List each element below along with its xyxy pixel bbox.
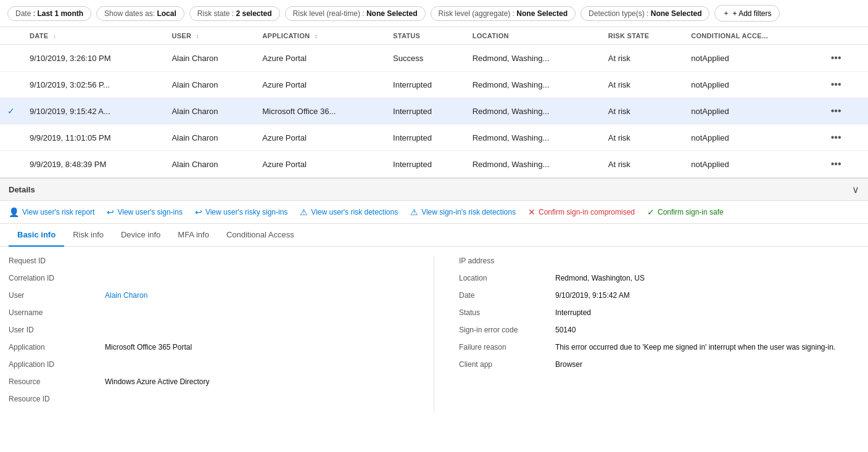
row-checkbox[interactable] — [0, 125, 22, 151]
tab-mfa-info[interactable]: MFA info — [169, 224, 218, 247]
location-cell: Redmond, Washing... — [465, 151, 601, 178]
detail-row: Request ID — [9, 257, 409, 265]
table-row[interactable]: 9/10/2019, 3:26:10 PMAlain CharonAzure P… — [0, 45, 868, 72]
location-cell: Redmond, Washing... — [465, 98, 601, 125]
row-checkbox[interactable] — [0, 151, 22, 178]
view-risky-sign-ins-label: View user's risky sign-ins — [205, 208, 287, 216]
detail-label: Username — [9, 308, 95, 317]
application-cell: Azure Portal — [255, 72, 386, 98]
tab-device-info[interactable]: Device info — [112, 224, 169, 247]
user-column-header[interactable]: USER ↕ — [164, 27, 255, 45]
detail-value: Interrupted — [555, 308, 859, 317]
confirm-compromised-label: Confirm sign-in compromised — [539, 208, 635, 216]
table-row[interactable]: 9/9/2019, 11:01:05 PMAlain CharonAzure P… — [0, 125, 868, 151]
risk-state-cell: At risk — [601, 72, 684, 98]
risk-state-cell: At risk — [601, 98, 684, 125]
select-all-header[interactable] — [0, 27, 22, 45]
user-sort-icon: ↕ — [196, 33, 199, 39]
application-cell: Azure Portal — [255, 45, 386, 72]
detail-value — [105, 360, 409, 369]
view-sign-in-detections-label: View sign-in's risk detections — [421, 208, 516, 216]
detail-label: Correlation ID — [9, 274, 95, 282]
tab-conditional-access[interactable]: Conditional Access — [218, 224, 303, 247]
risk-state-cell: At risk — [601, 125, 684, 151]
show-dates-filter[interactable]: Show dates as: Local — [96, 6, 184, 21]
detail-value: 50140 — [555, 326, 859, 334]
detail-label: Failure reason — [459, 343, 545, 351]
application-sort-icon: ↕ — [315, 33, 318, 39]
details-header[interactable]: Details ∨ — [0, 179, 868, 201]
risk-level-realtime-filter[interactable]: Risk level (real-time) : None Selected — [285, 6, 426, 21]
detail-row: Username — [9, 308, 409, 317]
application-column-header[interactable]: APPLICATION ↕ — [255, 27, 386, 45]
row-actions-cell[interactable]: ••• — [820, 125, 868, 151]
row-checkbox[interactable]: ✓ — [0, 98, 22, 125]
row-actions-cell[interactable]: ••• — [820, 45, 868, 72]
row-ellipsis-button[interactable]: ••• — [827, 104, 845, 118]
row-checkbox[interactable] — [0, 72, 22, 98]
tab-risk-info[interactable]: Risk info — [64, 224, 112, 247]
detail-label: Status — [459, 308, 545, 317]
table-row[interactable]: 9/9/2019, 8:48:39 PMAlain CharonAzure Po… — [0, 151, 868, 178]
row-ellipsis-button[interactable]: ••• — [827, 131, 845, 144]
status-column-header[interactable]: STATUS — [386, 27, 465, 45]
detail-value: Browser — [555, 360, 859, 369]
row-actions-cell[interactable]: ••• — [820, 72, 868, 98]
table-row[interactable]: 9/10/2019, 3:02:56 P...Alain CharonAzure… — [0, 72, 868, 98]
date-filter[interactable]: Date : Last 1 month — [7, 6, 91, 21]
row-ellipsis-button[interactable]: ••• — [827, 51, 845, 65]
risk-state-filter[interactable]: Risk state : 2 selected — [189, 6, 280, 21]
user-cell: Alain Charon — [164, 45, 255, 72]
detail-label: Client app — [459, 360, 545, 369]
add-filters-icon: ＋ — [722, 8, 730, 18]
detail-label: Application ID — [9, 360, 95, 369]
date-cell: 9/9/2019, 11:01:05 PM — [22, 125, 164, 151]
view-risk-report-icon: 👤 — [9, 207, 19, 217]
detail-row: Failure reasonThis error occurred due to… — [459, 343, 859, 351]
add-filters-button[interactable]: ＋ + Add filters — [714, 5, 779, 22]
conditional-access-column-header[interactable]: CONDITIONAL ACCE... — [684, 27, 820, 45]
status-cell: Interrupted — [386, 125, 465, 151]
location-cell: Redmond, Washing... — [465, 72, 601, 98]
action-view-sign-ins[interactable]: ↩View user's sign-ins — [107, 207, 182, 217]
row-actions-cell[interactable]: ••• — [820, 98, 868, 125]
row-ellipsis-button[interactable]: ••• — [827, 157, 845, 171]
detail-label: Application — [9, 343, 95, 351]
application-cell: Azure Portal — [255, 151, 386, 178]
detail-left-col: Request IDCorrelation IDUserAlain Charon… — [9, 257, 409, 412]
detail-row: IP address — [459, 257, 859, 265]
tab-basic-info[interactable]: Basic info — [9, 224, 64, 247]
status-cell: Interrupted — [386, 151, 465, 178]
detail-value — [105, 274, 409, 282]
action-view-risk-detections[interactable]: ⚠View user's risk detections — [300, 207, 398, 217]
conditional-access-cell: notApplied — [684, 125, 820, 151]
location-cell: Redmond, Washing... — [465, 125, 601, 151]
status-cell: Interrupted — [386, 98, 465, 125]
action-view-sign-in-detections[interactable]: ⚠View sign-in's risk detections — [410, 207, 516, 217]
row-checkbox[interactable] — [0, 45, 22, 72]
detail-label: Date — [459, 291, 545, 300]
actions-column-header — [820, 27, 868, 45]
detail-value: Redmond, Washington, US — [555, 274, 859, 282]
detail-row: ResourceWindows Azure Active Directory — [9, 377, 409, 386]
detection-types-filter[interactable]: Detection type(s) : None Selected — [581, 6, 709, 21]
date-cell: 9/10/2019, 3:02:56 P... — [22, 72, 164, 98]
detail-value[interactable]: Alain Charon — [105, 291, 409, 300]
action-view-risk-report[interactable]: 👤View user's risk report — [9, 207, 94, 217]
view-sign-in-detections-icon: ⚠ — [410, 207, 418, 217]
detail-label: Request ID — [9, 257, 95, 265]
risk-level-aggregate-filter[interactable]: Risk level (aggregate) : None Selected — [431, 6, 576, 21]
row-actions-cell[interactable]: ••• — [820, 151, 868, 178]
table-row[interactable]: ✓9/10/2019, 9:15:42 A...Alain CharonMicr… — [0, 98, 868, 125]
location-column-header[interactable]: LOCATION — [465, 27, 601, 45]
action-confirm-compromised[interactable]: ✕Confirm sign-in compromised — [528, 207, 635, 217]
action-confirm-safe[interactable]: ✓Confirm sign-in safe — [647, 207, 724, 217]
risk-state-column-header[interactable]: RISK STATE — [601, 27, 684, 45]
detail-label: User — [9, 291, 95, 300]
conditional-access-cell: notApplied — [684, 151, 820, 178]
row-ellipsis-button[interactable]: ••• — [827, 78, 845, 91]
detail-row: ApplicationMicrosoft Office 365 Portal — [9, 343, 409, 351]
date-column-header[interactable]: DATE ↓ — [22, 27, 164, 45]
view-risky-sign-ins-icon: ↩ — [195, 207, 202, 217]
action-view-risky-sign-ins[interactable]: ↩View user's risky sign-ins — [195, 207, 287, 217]
